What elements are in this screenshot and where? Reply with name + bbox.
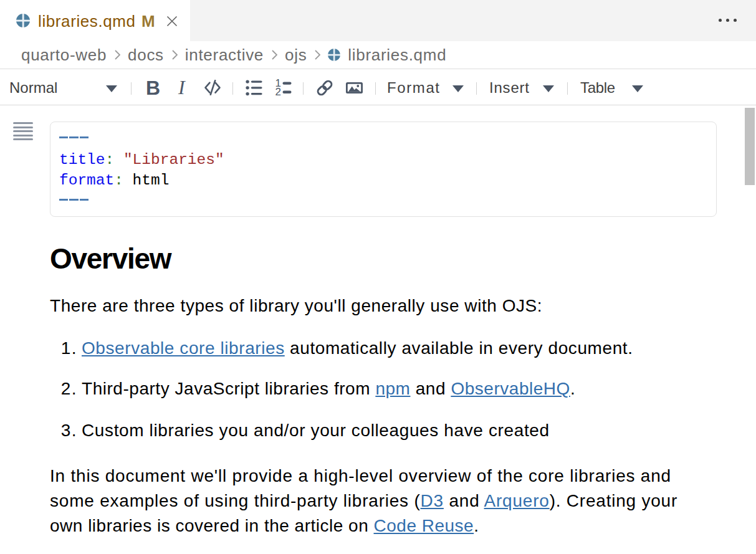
svg-text:2: 2: [275, 86, 281, 97]
